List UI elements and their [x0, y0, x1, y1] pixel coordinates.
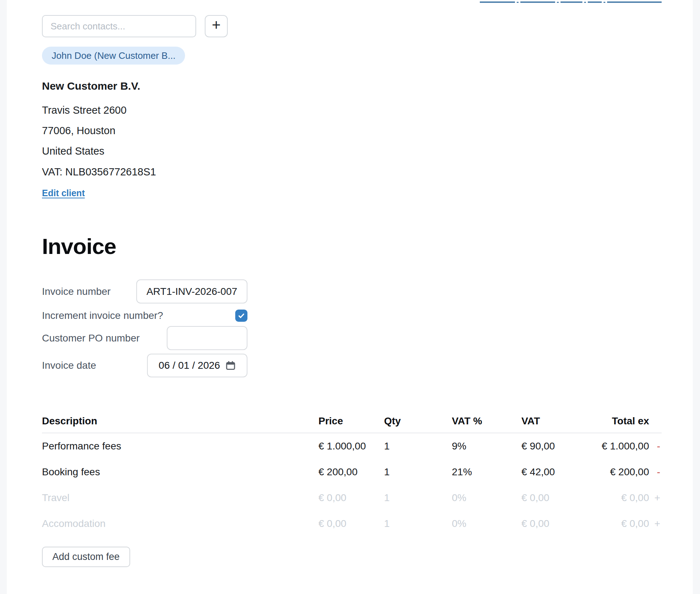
- remove-fee-button[interactable]: -: [657, 440, 660, 452]
- fee-price: € 0,00: [318, 492, 384, 504]
- invoice-number-input[interactable]: [136, 279, 247, 303]
- header-link[interactable]: [561, 0, 582, 3]
- fee-total-ex: € 0,00: [590, 492, 649, 504]
- table-row: Booking fees € 200,00 1 21% € 42,00 € 20…: [42, 459, 662, 485]
- client-name: New Customer B.V.: [42, 80, 662, 93]
- column-header-price: Price: [318, 415, 384, 427]
- remove-fee-button[interactable]: -: [657, 466, 660, 477]
- table-row: Performance fees € 1.000,00 1 9% € 90,00…: [42, 433, 662, 459]
- client-vat: VAT: NLB0356772618S1: [42, 166, 662, 178]
- invoice-number-label: Invoice number: [42, 286, 110, 297]
- page-panel: + John Doe (New Customer B... New Custom…: [7, 0, 693, 594]
- comma-separator: [557, 2, 559, 3]
- fee-vat-pct: 21%: [452, 466, 521, 478]
- fee-vat: € 42,00: [521, 466, 590, 478]
- page-title: Invoice: [42, 233, 662, 260]
- edit-client-link[interactable]: Edit client: [42, 188, 85, 198]
- check-icon: [238, 312, 245, 319]
- table-row-disabled: Accomodation € 0,00 1 0% € 0,00 € 0,00 +: [42, 511, 662, 537]
- column-header-qty: Qty: [384, 415, 452, 427]
- fees-table-header: Description Price Qty VAT % VAT Total ex: [42, 410, 662, 433]
- fee-qty: 1: [384, 518, 452, 529]
- comma-separator: [604, 2, 605, 3]
- increment-checkbox[interactable]: [235, 310, 247, 322]
- selected-contact-chip[interactable]: John Doe (New Customer B...: [42, 47, 185, 65]
- column-header-vat-pct: VAT %: [452, 415, 521, 427]
- invoice-date-input[interactable]: 06 / 01 / 2026: [147, 354, 247, 377]
- client-address-street: Travis Street 2600: [42, 100, 662, 121]
- table-row-disabled: Travel € 0,00 1 0% € 0,00 € 0,00 +: [42, 485, 662, 511]
- fee-price: € 0,00: [318, 518, 384, 529]
- invoice-date-value: 06 / 01 / 2026: [159, 360, 220, 371]
- search-contacts-input[interactable]: [42, 15, 196, 37]
- header-link[interactable]: [480, 0, 515, 3]
- fee-price: € 200,00: [318, 466, 384, 478]
- add-fee-button[interactable]: +: [654, 492, 660, 503]
- header-link[interactable]: [588, 0, 602, 3]
- column-header-vat: VAT: [521, 415, 590, 427]
- header-link[interactable]: [520, 0, 555, 3]
- client-address-country: United States: [42, 141, 662, 161]
- client-address: Travis Street 2600 77006, Houston United…: [42, 100, 662, 161]
- invoice-date-label: Invoice date: [42, 360, 96, 371]
- fee-description: Travel: [42, 492, 318, 504]
- client-address-city: 77006, Houston: [42, 121, 662, 141]
- fee-vat-pct: 9%: [452, 440, 521, 452]
- fee-vat: € 0,00: [521, 492, 590, 504]
- comma-separator: [517, 2, 519, 3]
- fee-vat: € 0,00: [521, 518, 590, 529]
- column-header-total-ex: Total ex: [590, 415, 649, 427]
- fee-price: € 1.000,00: [318, 440, 384, 452]
- header-link[interactable]: [607, 0, 662, 3]
- fee-vat-pct: 0%: [452, 518, 521, 529]
- customer-po-input[interactable]: [167, 326, 247, 350]
- fee-description: Booking fees: [42, 466, 318, 478]
- add-fee-button[interactable]: +: [654, 518, 660, 529]
- fee-description: Performance fees: [42, 440, 318, 452]
- fee-vat: € 90,00: [521, 440, 590, 452]
- fee-vat-pct: 0%: [452, 492, 521, 504]
- contact-picker: +: [42, 15, 662, 37]
- fee-qty: 1: [384, 492, 452, 504]
- fee-qty: 1: [384, 440, 452, 452]
- invoice-form: Invoice number Increment invoice number?…: [42, 279, 247, 377]
- column-header-description: Description: [42, 415, 318, 427]
- add-contact-button[interactable]: +: [205, 15, 228, 37]
- customer-po-label: Customer PO number: [42, 333, 139, 344]
- add-custom-fee-button[interactable]: Add custom fee: [42, 547, 130, 567]
- fee-total-ex: € 200,00: [590, 466, 649, 478]
- fee-description: Accomodation: [42, 518, 318, 529]
- increment-invoice-label: Increment invoice number?: [42, 310, 163, 321]
- top-truncated-links: [42, 0, 662, 3]
- fee-total-ex: € 0,00: [590, 518, 649, 529]
- fee-total-ex: € 1.000,00: [590, 440, 649, 452]
- calendar-icon[interactable]: [225, 360, 236, 371]
- fee-qty: 1: [384, 466, 452, 478]
- comma-separator: [584, 2, 586, 3]
